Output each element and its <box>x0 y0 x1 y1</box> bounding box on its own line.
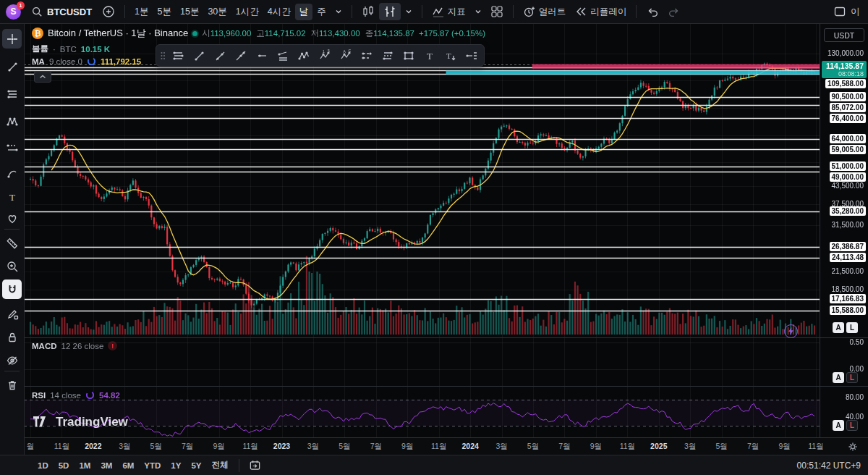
regression-trend-icon[interactable] <box>273 46 292 64</box>
interval-button-날[interactable]: 날 <box>295 4 313 20</box>
replay-button[interactable]: 리플레이 <box>570 3 631 20</box>
range-button-3M[interactable]: 3M <box>95 459 117 472</box>
tool-hide-all-icon[interactable] <box>2 350 22 370</box>
interval-dropdown[interactable] <box>331 6 346 17</box>
level-price-label[interactable]: 35,280.00 <box>830 206 867 216</box>
indicators-dropdown[interactable] <box>470 6 486 17</box>
currency-toggle-button[interactable]: USDT <box>824 28 864 42</box>
interval-button-1시간[interactable]: 1시간 <box>231 4 263 20</box>
ray-icon[interactable] <box>210 46 229 64</box>
pane-separator[interactable] <box>24 386 868 387</box>
quick-trade-bolt-icon[interactable] <box>784 324 798 338</box>
collapse-legend-button[interactable] <box>34 71 51 83</box>
auto-scale-button[interactable]: A <box>833 322 844 333</box>
level-price-label[interactable]: 26,386.87 <box>830 242 867 251</box>
macd-legend-row[interactable]: MACD 12 26 close ! <box>32 341 117 350</box>
volume-legend-row[interactable]: 볼륨 · BTC 10.15 K <box>32 43 110 54</box>
time-axis[interactable]: 월11월20223월5월7월9월11월20233월5월7월9월11월20243월… <box>24 437 868 455</box>
undo-button[interactable] <box>642 3 663 20</box>
redo-button[interactable] <box>663 3 685 20</box>
layout-name[interactable]: 이 <box>851 6 862 18</box>
elliott-correction-wave-icon[interactable]: AC <box>336 46 355 64</box>
auto-scale-button[interactable]: A <box>833 372 844 383</box>
extended-line-icon[interactable] <box>231 46 250 64</box>
clock-timezone[interactable]: 00:51:42 UTC+9 <box>797 461 861 471</box>
favorite-drawings-toolbar[interactable]: 15ACTT <box>156 44 485 67</box>
symbol-title[interactable]: Bitcoin / TetherUS · 1날 · Binance <box>48 27 188 40</box>
range-button-6M[interactable]: 6M <box>117 459 139 472</box>
level-price-label[interactable]: 64,000.00 <box>830 134 867 143</box>
level-price-label[interactable]: 17,166.83 <box>830 294 867 303</box>
chart-style-dropdown[interactable] <box>401 6 417 17</box>
tool-emoji-icon[interactable] <box>2 209 22 228</box>
log-scale-button[interactable]: L <box>846 372 858 383</box>
price-chart-canvas[interactable] <box>24 24 820 437</box>
alert-button[interactable]: 얼러트 <box>519 3 571 20</box>
current-price-label[interactable]: 114,135.87 08:08:18 <box>822 61 867 78</box>
tool-text-icon[interactable]: T <box>2 187 22 206</box>
chart-style-candles-button[interactable] <box>357 3 379 20</box>
tool-fib-retracement-icon[interactable] <box>2 84 22 104</box>
tool-xabcd-pattern-icon[interactable] <box>2 112 22 131</box>
tool-prediction-icon[interactable] <box>2 138 22 157</box>
interval-button-15분[interactable]: 15분 <box>176 4 203 20</box>
go-to-date-icon[interactable] <box>244 457 265 474</box>
parallel-channel-icon[interactable] <box>357 46 376 64</box>
tool-magnet-icon[interactable] <box>2 279 22 299</box>
range-button-YTD[interactable]: YTD <box>139 459 166 472</box>
tool-lock-all-icon[interactable] <box>2 327 22 347</box>
tool-remove-all-icon[interactable] <box>2 375 22 395</box>
range-button-5Y[interactable]: 5Y <box>186 459 206 472</box>
layout-grid-button[interactable] <box>486 3 508 20</box>
rectangle-icon[interactable] <box>399 46 418 64</box>
interval-button-5분[interactable]: 5분 <box>153 4 176 20</box>
tool-ruler-icon[interactable] <box>2 233 22 253</box>
level-price-label[interactable]: 109,588.00 <box>825 79 866 88</box>
macd-error-icon[interactable]: ! <box>108 341 117 350</box>
anchored-text-icon[interactable]: T <box>441 46 460 64</box>
level-price-label[interactable]: 85,072.00 <box>830 103 867 112</box>
level-price-label[interactable]: 24,113.48 <box>830 253 866 262</box>
compare-add-button[interactable] <box>98 3 119 20</box>
interval-button-4시간[interactable]: 4시간 <box>263 4 295 20</box>
text-icon[interactable]: T <box>420 46 439 64</box>
price-scale[interactable]: USDT 114,135.87 08:08:18 130,000.0043,50… <box>820 24 868 437</box>
zigzag-icon[interactable] <box>294 46 313 64</box>
range-button-5D[interactable]: 5D <box>54 459 75 472</box>
monitor-icon[interactable] <box>829 3 851 20</box>
chart-region[interactable]: ₿ Bitcoin / TetherUS · 1날 · Binance 시113… <box>24 24 868 455</box>
level-price-label[interactable]: 76,400.00 <box>830 114 867 123</box>
symbol-legend-row[interactable]: ₿ Bitcoin / TetherUS · 1날 · Binance 시113… <box>32 27 485 40</box>
log-scale-button[interactable]: L <box>846 420 858 431</box>
auto-scale-button[interactable]: A <box>833 420 844 431</box>
pane-separator[interactable] <box>24 337 868 338</box>
indicators-button[interactable]: 지표 <box>427 3 470 20</box>
tradingview-watermark[interactable]: TradingView <box>33 415 128 429</box>
ma-legend-row[interactable]: MA 9 close 0 111,792.15 <box>32 56 141 66</box>
range-button-전체[interactable]: 전체 <box>207 458 234 473</box>
time-axis-settings-gear-icon[interactable] <box>846 440 859 453</box>
range-button-1M[interactable]: 1M <box>74 459 95 472</box>
multiple-lines-icon[interactable] <box>168 46 187 64</box>
tool-crosshair-icon[interactable] <box>2 29 22 49</box>
interval-button-주[interactable]: 주 <box>312 4 331 20</box>
rsi-legend-row[interactable]: RSI 14 close 54.82 <box>32 390 120 400</box>
range-button-1Y[interactable]: 1Y <box>166 459 186 472</box>
trend-line-icon[interactable] <box>189 46 208 64</box>
horizontal-ray-icon[interactable] <box>252 46 271 64</box>
range-button-1D[interactable]: 1D <box>33 459 54 472</box>
tool-trend-line-icon[interactable] <box>2 56 22 76</box>
tool-brush-icon[interactable] <box>2 164 22 183</box>
tool-drawing-lock-icon[interactable] <box>2 304 22 324</box>
tool-zoom-in-icon[interactable] <box>2 256 22 276</box>
elliott-impulse-wave-icon[interactable]: 15 <box>315 46 334 64</box>
log-scale-button[interactable]: L <box>846 322 858 333</box>
interval-button-30분[interactable]: 30분 <box>203 4 231 20</box>
symbol-search-button[interactable]: BTCUSDT <box>27 4 98 20</box>
market-status-dot[interactable] <box>192 31 197 36</box>
level-price-label[interactable]: 49,000.00 <box>830 172 867 182</box>
disjoint-channel-icon[interactable] <box>378 46 397 64</box>
drag-handle-icon[interactable] <box>159 49 166 62</box>
user-avatar[interactable]: S 1 <box>6 4 21 20</box>
price-note-icon[interactable] <box>461 46 481 64</box>
